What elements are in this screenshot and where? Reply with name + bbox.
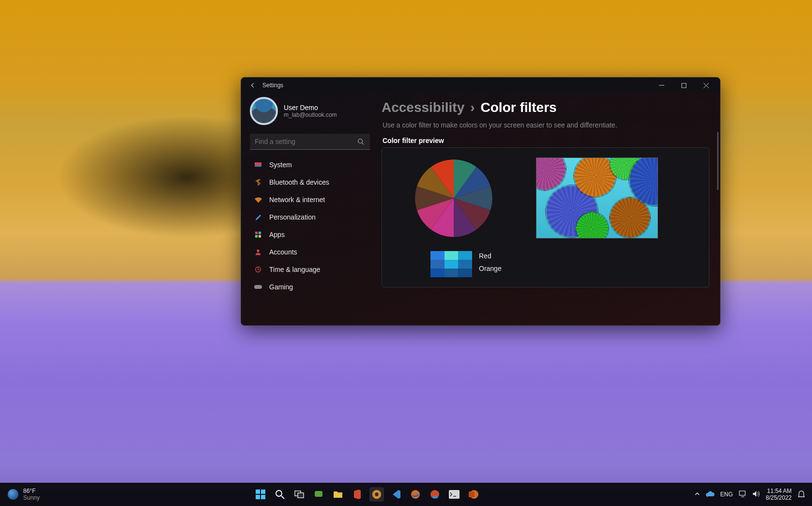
monitor-icon xyxy=(254,160,262,169)
tray-volume-icon[interactable] xyxy=(752,490,760,499)
color-name-red: Red xyxy=(479,252,502,260)
task-view-button[interactable] xyxy=(292,487,306,502)
taskbar-app-chat[interactable] xyxy=(311,487,326,502)
edge-icon xyxy=(411,490,420,499)
sample-image-preview xyxy=(536,158,658,238)
svg-point-4 xyxy=(358,139,363,143)
tray-date: 8/25/2022 xyxy=(766,494,792,501)
vscode-icon xyxy=(391,490,401,499)
settings-window: Settings User Demo m_lab@outlook.com xyxy=(241,77,720,326)
folder-icon xyxy=(333,490,343,499)
gamepad-icon xyxy=(254,283,262,291)
tray-time: 11:54 AM xyxy=(766,488,792,494)
nav: System Bluetooth & devices Network & int… xyxy=(250,157,370,295)
svg-line-20 xyxy=(281,496,284,499)
svg-rect-15 xyxy=(256,490,260,494)
settings-sidebar: User Demo m_lab@outlook.com System xyxy=(241,93,379,325)
powerpoint-icon xyxy=(469,490,478,499)
tray-chevron-up-icon[interactable] xyxy=(694,491,700,498)
page-description: Use a color filter to make colors on you… xyxy=(383,121,709,129)
terminal-icon xyxy=(449,490,460,499)
back-button[interactable] xyxy=(246,79,260,92)
maximize-button[interactable] xyxy=(673,78,695,93)
svg-rect-17 xyxy=(256,495,260,499)
svg-rect-29 xyxy=(449,490,460,499)
start-button[interactable] xyxy=(253,487,268,502)
tray-clock[interactable]: 11:54 AM 8/25/2022 xyxy=(766,488,792,501)
tray-onedrive-icon[interactable] xyxy=(706,490,715,499)
scrollbar-thumb[interactable] xyxy=(717,132,719,190)
color-filter-preview-panel: Red Orange xyxy=(382,147,709,287)
nav-personalization[interactable]: Personalization xyxy=(250,209,370,225)
close-icon xyxy=(704,83,709,88)
nav-time[interactable]: Time & language xyxy=(250,261,370,278)
gear-icon xyxy=(371,489,382,500)
breadcrumb: Accessibility › Color filters xyxy=(382,100,709,115)
taskbar-app-edge-canary[interactable] xyxy=(428,487,442,502)
window-titlebar: Settings xyxy=(241,78,720,93)
taskbar-weather[interactable]: 86°F Sunny xyxy=(0,488,40,501)
taskbar-search-button[interactable] xyxy=(273,487,287,502)
svg-point-25 xyxy=(375,492,378,496)
nav-label: Apps xyxy=(269,231,285,238)
settings-content: Accessibility › Color filters Use a colo… xyxy=(379,93,720,325)
user-profile[interactable]: User Demo m_lab@outlook.com xyxy=(250,96,370,132)
weather-temp: 86°F xyxy=(23,488,40,494)
taskbar-app-office[interactable] xyxy=(350,487,365,502)
svg-rect-1 xyxy=(682,83,686,88)
svg-rect-9 xyxy=(259,232,261,234)
svg-rect-22 xyxy=(298,493,304,498)
taskbar: 86°F Sunny xyxy=(0,483,812,506)
breadcrumb-current: Color filters xyxy=(481,100,557,115)
svg-rect-18 xyxy=(261,495,265,499)
profile-email: m_lab@outlook.com xyxy=(284,111,337,118)
nav-label: Bluetooth & devices xyxy=(269,178,329,186)
taskbar-app-edge[interactable] xyxy=(408,487,423,502)
nav-apps[interactable]: Apps xyxy=(250,226,370,243)
nav-gaming[interactable]: Gaming xyxy=(250,279,370,295)
svg-rect-31 xyxy=(469,491,475,497)
nav-bluetooth[interactable]: Bluetooth & devices xyxy=(250,174,370,190)
breadcrumb-parent[interactable]: Accessibility xyxy=(382,100,464,115)
bluetooth-icon xyxy=(254,178,262,187)
nav-label: Accounts xyxy=(269,248,297,256)
taskbar-app-settings[interactable] xyxy=(369,487,384,502)
svg-point-19 xyxy=(276,490,282,496)
paintbrush-icon xyxy=(254,213,262,221)
search-input[interactable] xyxy=(250,134,370,149)
svg-line-5 xyxy=(362,143,364,145)
taskbar-tray: ENG 11:54 AM 8/25/2022 xyxy=(694,488,812,501)
svg-rect-32 xyxy=(739,491,745,495)
minimize-button[interactable] xyxy=(650,78,673,93)
task-view-icon xyxy=(294,490,304,498)
svg-rect-10 xyxy=(255,235,258,237)
taskbar-app-terminal[interactable] xyxy=(447,487,461,502)
weather-condition: Sunny xyxy=(23,494,40,501)
taskbar-app-vscode[interactable] xyxy=(389,487,403,502)
close-button[interactable] xyxy=(695,78,717,93)
svg-point-26 xyxy=(411,490,420,499)
nav-system[interactable]: System xyxy=(250,157,370,173)
search-field-wrapper xyxy=(250,134,370,150)
nav-label: Personalization xyxy=(269,213,316,221)
nav-accounts[interactable]: Accounts xyxy=(250,244,370,260)
tray-notifications-icon[interactable] xyxy=(797,490,805,499)
chevron-right-icon: › xyxy=(470,100,475,115)
weather-icon xyxy=(8,489,18,500)
nav-network[interactable]: Network & internet xyxy=(250,191,370,208)
wifi-icon xyxy=(254,195,262,204)
color-name-orange: Orange xyxy=(479,265,502,272)
nav-label: Network & internet xyxy=(269,196,325,204)
svg-rect-16 xyxy=(261,490,265,494)
minimize-icon xyxy=(659,83,664,88)
taskbar-center xyxy=(40,487,694,502)
clock-icon xyxy=(254,265,262,274)
search-icon xyxy=(357,138,364,147)
taskbar-app-powerpoint[interactable] xyxy=(466,487,481,502)
edge-canary-icon xyxy=(430,490,440,499)
taskbar-app-explorer[interactable] xyxy=(331,487,345,502)
profile-name: User Demo xyxy=(284,104,337,111)
tray-network-icon[interactable] xyxy=(739,490,747,499)
tray-language[interactable]: ENG xyxy=(720,491,733,498)
chat-icon xyxy=(314,490,323,499)
